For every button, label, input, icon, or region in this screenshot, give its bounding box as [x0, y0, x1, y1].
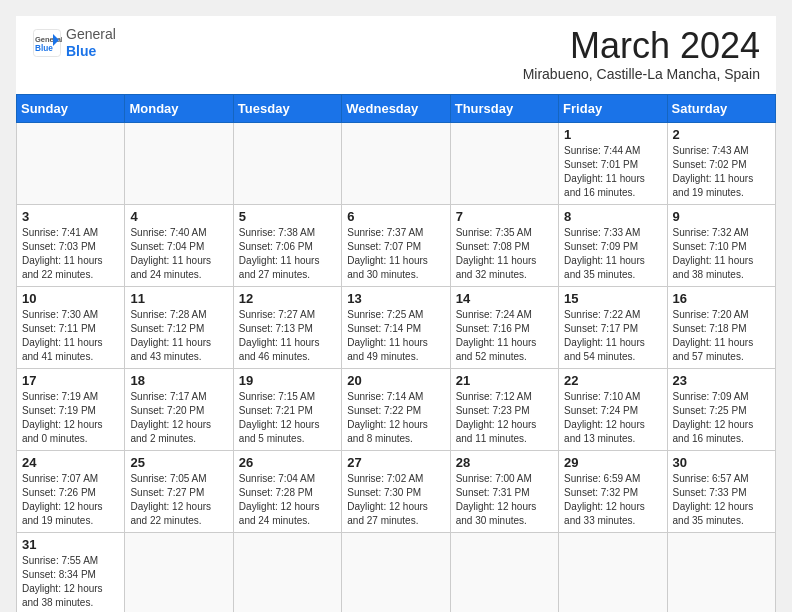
- week-row-1: 1Sunrise: 7:44 AM Sunset: 7:01 PM Daylig…: [17, 122, 776, 204]
- day-cell: 17Sunrise: 7:19 AM Sunset: 7:19 PM Dayli…: [17, 368, 125, 450]
- day-cell: 18Sunrise: 7:17 AM Sunset: 7:20 PM Dayli…: [125, 368, 233, 450]
- week-row-3: 10Sunrise: 7:30 AM Sunset: 7:11 PM Dayli…: [17, 286, 776, 368]
- day-number: 12: [239, 291, 336, 306]
- day-cell: [233, 122, 341, 204]
- day-number: 9: [673, 209, 770, 224]
- page-header: General Blue General Blue March 2024 Mir…: [16, 16, 776, 86]
- day-number: 16: [673, 291, 770, 306]
- day-number: 23: [673, 373, 770, 388]
- day-cell: [125, 122, 233, 204]
- day-info: Sunrise: 7:24 AM Sunset: 7:16 PM Dayligh…: [456, 308, 553, 364]
- day-cell: 22Sunrise: 7:10 AM Sunset: 7:24 PM Dayli…: [559, 368, 667, 450]
- day-info: Sunrise: 7:20 AM Sunset: 7:18 PM Dayligh…: [673, 308, 770, 364]
- day-cell: 15Sunrise: 7:22 AM Sunset: 7:17 PM Dayli…: [559, 286, 667, 368]
- day-info: Sunrise: 7:43 AM Sunset: 7:02 PM Dayligh…: [673, 144, 770, 200]
- day-number: 25: [130, 455, 227, 470]
- day-info: Sunrise: 7:35 AM Sunset: 7:08 PM Dayligh…: [456, 226, 553, 282]
- day-cell: [233, 532, 341, 612]
- day-cell: [342, 532, 450, 612]
- logo: General Blue General Blue: [32, 26, 116, 60]
- day-info: Sunrise: 6:57 AM Sunset: 7:33 PM Dayligh…: [673, 472, 770, 528]
- day-cell: 13Sunrise: 7:25 AM Sunset: 7:14 PM Dayli…: [342, 286, 450, 368]
- day-number: 31: [22, 537, 119, 552]
- day-number: 11: [130, 291, 227, 306]
- day-cell: 9Sunrise: 7:32 AM Sunset: 7:10 PM Daylig…: [667, 204, 775, 286]
- day-info: Sunrise: 7:00 AM Sunset: 7:31 PM Dayligh…: [456, 472, 553, 528]
- day-cell: 19Sunrise: 7:15 AM Sunset: 7:21 PM Dayli…: [233, 368, 341, 450]
- day-cell: 8Sunrise: 7:33 AM Sunset: 7:09 PM Daylig…: [559, 204, 667, 286]
- day-cell: 2Sunrise: 7:43 AM Sunset: 7:02 PM Daylig…: [667, 122, 775, 204]
- day-cell: 7Sunrise: 7:35 AM Sunset: 7:08 PM Daylig…: [450, 204, 558, 286]
- day-number: 5: [239, 209, 336, 224]
- day-info: Sunrise: 7:22 AM Sunset: 7:17 PM Dayligh…: [564, 308, 661, 364]
- location-text: Mirabueno, Castille-La Mancha, Spain: [523, 66, 760, 82]
- day-cell: 25Sunrise: 7:05 AM Sunset: 7:27 PM Dayli…: [125, 450, 233, 532]
- day-info: Sunrise: 7:33 AM Sunset: 7:09 PM Dayligh…: [564, 226, 661, 282]
- day-cell: 30Sunrise: 6:57 AM Sunset: 7:33 PM Dayli…: [667, 450, 775, 532]
- day-info: Sunrise: 7:14 AM Sunset: 7:22 PM Dayligh…: [347, 390, 444, 446]
- week-row-5: 24Sunrise: 7:07 AM Sunset: 7:26 PM Dayli…: [17, 450, 776, 532]
- day-number: 4: [130, 209, 227, 224]
- day-number: 27: [347, 455, 444, 470]
- day-info: Sunrise: 6:59 AM Sunset: 7:32 PM Dayligh…: [564, 472, 661, 528]
- day-cell: 21Sunrise: 7:12 AM Sunset: 7:23 PM Dayli…: [450, 368, 558, 450]
- weekday-header-sunday: Sunday: [17, 94, 125, 122]
- day-cell: 28Sunrise: 7:00 AM Sunset: 7:31 PM Dayli…: [450, 450, 558, 532]
- day-info: Sunrise: 7:28 AM Sunset: 7:12 PM Dayligh…: [130, 308, 227, 364]
- day-info: Sunrise: 7:12 AM Sunset: 7:23 PM Dayligh…: [456, 390, 553, 446]
- day-cell: 11Sunrise: 7:28 AM Sunset: 7:12 PM Dayli…: [125, 286, 233, 368]
- day-cell: [450, 532, 558, 612]
- day-info: Sunrise: 7:19 AM Sunset: 7:19 PM Dayligh…: [22, 390, 119, 446]
- svg-text:Blue: Blue: [35, 43, 53, 52]
- day-number: 7: [456, 209, 553, 224]
- day-info: Sunrise: 7:09 AM Sunset: 7:25 PM Dayligh…: [673, 390, 770, 446]
- day-cell: 1Sunrise: 7:44 AM Sunset: 7:01 PM Daylig…: [559, 122, 667, 204]
- day-number: 18: [130, 373, 227, 388]
- logo-general-text: General: [66, 26, 116, 43]
- day-cell: 4Sunrise: 7:40 AM Sunset: 7:04 PM Daylig…: [125, 204, 233, 286]
- day-cell: 24Sunrise: 7:07 AM Sunset: 7:26 PM Dayli…: [17, 450, 125, 532]
- day-number: 28: [456, 455, 553, 470]
- day-number: 29: [564, 455, 661, 470]
- day-number: 22: [564, 373, 661, 388]
- day-number: 8: [564, 209, 661, 224]
- day-info: Sunrise: 7:02 AM Sunset: 7:30 PM Dayligh…: [347, 472, 444, 528]
- weekday-header-wednesday: Wednesday: [342, 94, 450, 122]
- day-info: Sunrise: 7:17 AM Sunset: 7:20 PM Dayligh…: [130, 390, 227, 446]
- day-cell: 6Sunrise: 7:37 AM Sunset: 7:07 PM Daylig…: [342, 204, 450, 286]
- day-number: 19: [239, 373, 336, 388]
- day-number: 13: [347, 291, 444, 306]
- day-cell: 31Sunrise: 7:55 AM Sunset: 8:34 PM Dayli…: [17, 532, 125, 612]
- day-cell: [667, 532, 775, 612]
- day-number: 21: [456, 373, 553, 388]
- day-number: 24: [22, 455, 119, 470]
- day-cell: 26Sunrise: 7:04 AM Sunset: 7:28 PM Dayli…: [233, 450, 341, 532]
- logo-blue-text: Blue: [66, 43, 116, 60]
- weekday-header-saturday: Saturday: [667, 94, 775, 122]
- day-number: 14: [456, 291, 553, 306]
- day-cell: [17, 122, 125, 204]
- day-cell: [125, 532, 233, 612]
- day-info: Sunrise: 7:04 AM Sunset: 7:28 PM Dayligh…: [239, 472, 336, 528]
- day-cell: 12Sunrise: 7:27 AM Sunset: 7:13 PM Dayli…: [233, 286, 341, 368]
- title-block: March 2024 Mirabueno, Castille-La Mancha…: [523, 26, 760, 82]
- day-number: 3: [22, 209, 119, 224]
- day-info: Sunrise: 7:38 AM Sunset: 7:06 PM Dayligh…: [239, 226, 336, 282]
- day-info: Sunrise: 7:37 AM Sunset: 7:07 PM Dayligh…: [347, 226, 444, 282]
- day-cell: [450, 122, 558, 204]
- day-cell: [342, 122, 450, 204]
- day-number: 1: [564, 127, 661, 142]
- day-info: Sunrise: 7:30 AM Sunset: 7:11 PM Dayligh…: [22, 308, 119, 364]
- day-number: 17: [22, 373, 119, 388]
- day-info: Sunrise: 7:55 AM Sunset: 8:34 PM Dayligh…: [22, 554, 119, 610]
- day-number: 6: [347, 209, 444, 224]
- day-number: 10: [22, 291, 119, 306]
- day-number: 26: [239, 455, 336, 470]
- day-number: 15: [564, 291, 661, 306]
- week-row-4: 17Sunrise: 7:19 AM Sunset: 7:19 PM Dayli…: [17, 368, 776, 450]
- day-cell: 14Sunrise: 7:24 AM Sunset: 7:16 PM Dayli…: [450, 286, 558, 368]
- weekday-header-monday: Monday: [125, 94, 233, 122]
- day-number: 30: [673, 455, 770, 470]
- calendar-table: SundayMondayTuesdayWednesdayThursdayFrid…: [16, 94, 776, 612]
- day-cell: 10Sunrise: 7:30 AM Sunset: 7:11 PM Dayli…: [17, 286, 125, 368]
